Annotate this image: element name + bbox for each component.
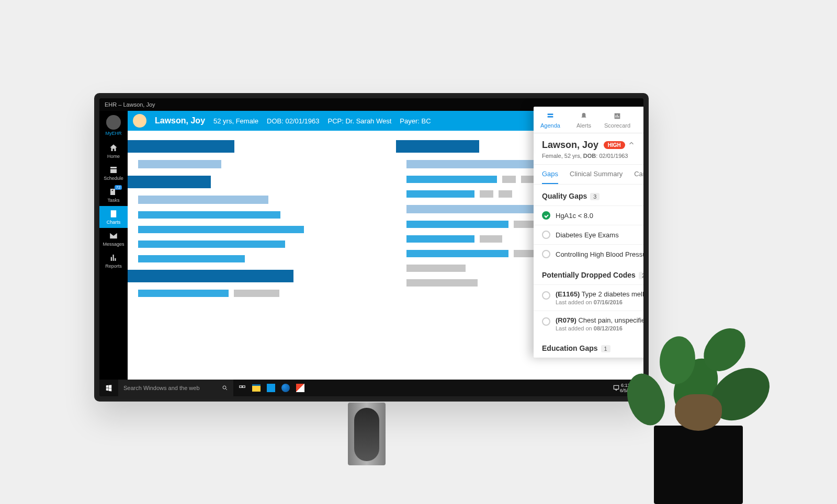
patient-pcp: PCP: Dr. Sarah West — [327, 117, 391, 125]
subtab-gaps[interactable]: Gaps — [542, 165, 558, 184]
code-item[interactable]: (R079) Chest pain, unspecified Last adde… — [534, 311, 643, 337]
app-icon[interactable] — [296, 384, 304, 392]
agenda-icon — [546, 112, 555, 120]
gap-item[interactable]: Controlling High Blood Pressure ? — [534, 244, 643, 264]
tab-scorecard[interactable]: Scorecard — [601, 107, 634, 133]
edge-icon[interactable] — [281, 384, 290, 392]
svg-rect-5 — [548, 116, 553, 118]
status-open-icon — [542, 317, 550, 326]
panel-patient-header: Lawson, Joy HIGH Female, 52 yrs, DOB: 02… — [534, 133, 643, 165]
chart-icon — [109, 209, 118, 219]
windows-icon — [105, 384, 112, 392]
system-clock[interactable]: 6:12 AM 6/5/2016 — [620, 383, 643, 393]
status-open-icon — [542, 231, 550, 239]
window-title: EHR – Lawson, Joy — [105, 101, 155, 108]
section-quality-gaps[interactable]: Quality Gaps3 — [534, 185, 643, 205]
count-badge: 3 — [590, 193, 600, 200]
monitor-frame: EHR – Lawson, Joy MyEHR Home Schedule 72… — [94, 93, 649, 402]
sidebar-item-home[interactable]: Home — [99, 140, 128, 162]
panel-patient-name: Lawson, Joy — [542, 140, 598, 150]
bar-chart-icon — [109, 253, 118, 262]
section-education-gaps[interactable]: Education Gaps1 — [534, 337, 643, 358]
sidebar-label: Home — [107, 154, 120, 159]
risk-badge: HIGH — [604, 141, 625, 149]
panel-top-tabs: Agenda Alerts Scorecard Chat Settings — [534, 107, 643, 133]
patient-name: Lawson, Joy — [155, 116, 205, 125]
svg-rect-3 — [614, 385, 618, 389]
taskview-icon[interactable] — [239, 384, 246, 392]
svg-rect-4 — [548, 113, 553, 115]
gap-item[interactable]: Diabetes Eye Exams ? — [534, 225, 643, 244]
panel-sub-tabs: Gaps Clinical Summary Care Team — [534, 165, 643, 185]
subtab-clinical-summary[interactable]: Clinical Summary — [570, 165, 623, 184]
file-explorer-icon[interactable] — [252, 384, 261, 392]
sidebar-item-schedule[interactable]: Schedule — [99, 162, 128, 184]
screen: EHR – Lawson, Joy MyEHR Home Schedule 72… — [99, 98, 643, 396]
monitor-stand — [348, 403, 386, 465]
search-placeholder: Search Windows and the web — [123, 385, 200, 391]
sidebar-item-tasks[interactable]: 72 Tasks — [99, 184, 128, 206]
clock-date: 6/5/2016 — [620, 388, 638, 393]
sidebar-label: Reports — [105, 264, 122, 269]
patient-dob: DOB: 02/01/1963 — [267, 117, 319, 125]
svg-rect-1 — [240, 386, 242, 388]
calendar-icon — [109, 165, 118, 175]
windows-taskbar: Search Windows and the web 6:12 AM 6/5/2… — [99, 380, 643, 396]
app-brand: MyEHR — [106, 131, 122, 136]
search-icon — [222, 385, 228, 391]
home-icon — [109, 143, 118, 153]
tab-chat[interactable]: Chat — [634, 107, 643, 133]
patient-avatar — [133, 114, 146, 128]
sidebar-label: Schedule — [104, 176, 123, 181]
svg-point-0 — [223, 386, 226, 389]
sidebar-label: Charts — [107, 220, 121, 225]
sidebar-item-charts[interactable]: Charts — [99, 206, 128, 228]
start-button[interactable] — [99, 384, 118, 392]
patient-age-sex: 52 yrs, Female — [213, 117, 258, 125]
store-icon[interactable] — [267, 384, 275, 392]
count-badge: 1 — [601, 345, 610, 352]
status-open-icon — [542, 291, 550, 300]
clock-time: 6:12 AM — [620, 383, 638, 388]
subtab-care-team[interactable]: Care Team — [634, 165, 643, 184]
mail-icon — [109, 231, 118, 240]
chevron-up-icon[interactable] — [628, 140, 635, 147]
tab-alerts[interactable]: Alerts — [567, 107, 601, 133]
scorecard-icon — [613, 112, 621, 120]
tasks-badge: 72 — [115, 185, 122, 190]
sidebar-item-messages[interactable]: Messages — [99, 228, 128, 250]
svg-rect-2 — [243, 386, 245, 388]
gap-item[interactable]: HgA1c < 8.0 ? — [534, 205, 643, 225]
patient-payer: Payer: BC — [400, 117, 431, 125]
section-dropped-codes[interactable]: Potentially Dropped Codes2 — [534, 264, 643, 284]
status-open-icon — [542, 250, 550, 258]
count-badge: 2 — [639, 272, 643, 279]
code-item[interactable]: (E1165) Type 2 diabetes mellitus with ..… — [534, 284, 643, 311]
user-avatar[interactable] — [106, 115, 121, 130]
care-panel: Agenda Alerts Scorecard Chat Settings La… — [534, 107, 643, 358]
sidebar-item-reports[interactable]: Reports — [99, 250, 128, 272]
status-done-icon — [542, 211, 550, 220]
sidebar-label: Messages — [103, 242, 124, 247]
sidebar-label: Tasks — [107, 198, 119, 203]
tab-agenda[interactable]: Agenda — [534, 107, 567, 133]
panel-patient-demo: Female, 52 yrs, DOB: 02/01/1963 — [542, 153, 643, 159]
sidebar: MyEHR Home Schedule 72 Tasks Charts Mess… — [99, 111, 128, 380]
notification-icon[interactable] — [613, 384, 620, 392]
taskbar-search[interactable]: Search Windows and the web — [118, 380, 233, 396]
bell-icon — [580, 112, 588, 120]
